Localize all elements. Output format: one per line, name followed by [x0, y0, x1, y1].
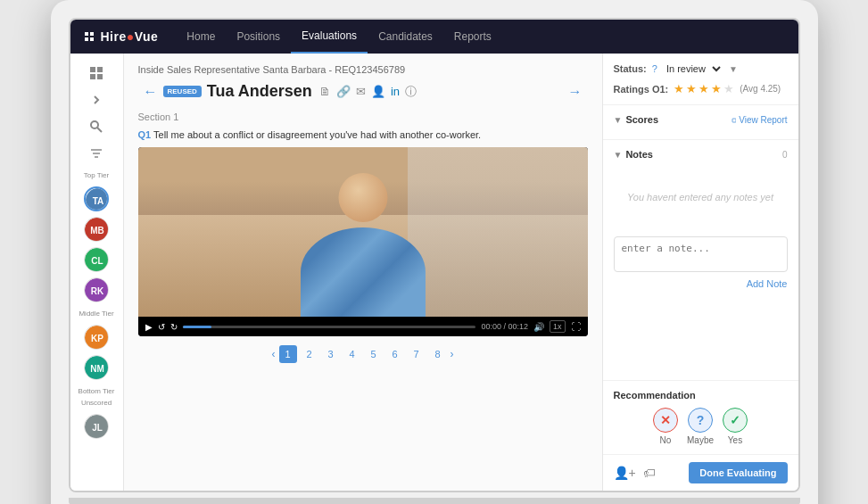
- avatar-mb[interactable]: MB: [84, 217, 109, 242]
- middle-tier-avatars: KP NM: [84, 321, 109, 384]
- notes-section: ▼ Notes 0 You havent entered any notes y…: [603, 140, 798, 380]
- candidate-name: Tua Andersen: [207, 82, 312, 101]
- page-8[interactable]: 8: [429, 345, 447, 363]
- tag-icon[interactable]: 🏷: [643, 466, 656, 480]
- svg-rect-2: [90, 74, 95, 79]
- logo-text: Hire●Vue: [101, 29, 159, 44]
- next-page-arrow[interactable]: ›: [451, 348, 454, 360]
- prev-page-arrow[interactable]: ‹: [272, 348, 276, 360]
- svg-rect-3: [97, 74, 103, 79]
- status-help-icon: ?: [652, 63, 657, 74]
- yes-icon: ✓: [723, 408, 748, 433]
- avatar-kp[interactable]: KP: [84, 325, 109, 350]
- avatar-jl[interactable]: JL: [84, 414, 109, 439]
- status-select[interactable]: In review Approved Rejected: [663, 62, 723, 75]
- main-content: Inside Sales Representative Santa Barbar…: [124, 54, 602, 491]
- link-icon[interactable]: 🔗: [336, 85, 351, 98]
- linkedin-icon[interactable]: in: [391, 85, 400, 98]
- star-5[interactable]: ★: [723, 82, 734, 95]
- page-5[interactable]: 5: [365, 345, 383, 363]
- notes-chevron-icon[interactable]: ▼: [614, 150, 623, 160]
- email-icon[interactable]: ✉: [356, 85, 366, 98]
- sidebar-chevron-right[interactable]: [80, 87, 112, 112]
- page-1[interactable]: 1: [279, 345, 297, 363]
- page-6[interactable]: 6: [386, 345, 404, 363]
- page-2[interactable]: 2: [301, 345, 318, 363]
- page-4[interactable]: 4: [343, 345, 361, 363]
- candidate-action-icons: 🗎 🔗 ✉ 👤 in ⓘ: [319, 84, 417, 100]
- prev-candidate-arrow[interactable]: ←: [144, 84, 158, 100]
- video-person-bg: [138, 147, 588, 317]
- avatar-rk[interactable]: RK: [84, 277, 109, 302]
- question-text: Q1 Q1 Tell me about a conflict or disagr…: [138, 129, 588, 140]
- notes-header: ▼ Notes 0: [614, 149, 788, 160]
- ratings-label: Ratings O1:: [614, 84, 669, 95]
- top-navigation: Hire●Vue Home Positions Evaluations Cand…: [70, 20, 798, 54]
- scores-section: ▼ Scores View Report: [603, 105, 798, 140]
- recommendation-section: Recommendation ✕ No ? Maybe ✓ Yes: [603, 380, 798, 454]
- right-panel: Status: ? In review Approved Rejected ▼ …: [602, 54, 798, 491]
- nav-positions[interactable]: Positions: [226, 20, 291, 54]
- info-icon[interactable]: ⓘ: [405, 84, 417, 100]
- progress-bar[interactable]: [183, 326, 476, 328]
- done-evaluating-button[interactable]: Done Evaluating: [689, 462, 787, 483]
- rec-maybe-label: Maybe: [687, 435, 714, 445]
- star-4[interactable]: ★: [711, 82, 722, 95]
- avatar-ta[interactable]: TA: [84, 186, 109, 211]
- scores-chevron-icon[interactable]: ▼: [614, 115, 623, 125]
- page-3[interactable]: 3: [322, 345, 340, 363]
- volume-icon[interactable]: 🔊: [533, 322, 544, 332]
- add-note-button[interactable]: Add Note: [614, 278, 788, 289]
- maybe-icon: ?: [688, 408, 713, 433]
- nav-evaluations[interactable]: Evaluations: [291, 20, 368, 54]
- sidebar-search-icon[interactable]: [80, 114, 112, 139]
- time-display: 00:00 / 00:12: [481, 322, 528, 331]
- avg-rating-text: (Avg 4.25): [740, 84, 781, 94]
- rec-no-button[interactable]: ✕ No: [653, 408, 678, 445]
- view-report-link[interactable]: View Report: [727, 115, 787, 125]
- avatar-nm[interactable]: NM: [84, 355, 109, 380]
- status-label: Status:: [614, 63, 647, 74]
- next-candidate-arrow[interactable]: →: [568, 84, 583, 100]
- nav-home[interactable]: Home: [176, 20, 226, 54]
- svg-rect-1: [97, 67, 103, 72]
- forward-button[interactable]: ↻: [170, 322, 178, 332]
- fullscreen-button[interactable]: ⛶: [571, 321, 581, 332]
- top-tier-label: Top Tier: [70, 168, 123, 183]
- dropdown-chevron-icon: ▼: [729, 64, 738, 74]
- svg-point-4: [91, 121, 98, 128]
- star-1[interactable]: ★: [674, 82, 684, 95]
- sidebar-grid-icon[interactable]: [80, 61, 112, 86]
- notes-empty-message: You havent entered any notes yet: [614, 165, 788, 229]
- copy-icon[interactable]: 🗎: [319, 85, 331, 98]
- video-person-head: [338, 173, 387, 222]
- rec-maybe-button[interactable]: ? Maybe: [687, 408, 714, 445]
- progress-fill: [183, 326, 212, 328]
- star-3[interactable]: ★: [699, 82, 709, 95]
- status-row: Status: ? In review Approved Rejected ▼: [614, 62, 788, 75]
- recommendation-label: Recommendation: [614, 390, 788, 401]
- play-button[interactable]: ▶: [145, 322, 153, 332]
- note-input[interactable]: [614, 236, 788, 272]
- question-pagination: ‹ 1 2 3 4 5 6 7 8 ›: [138, 345, 588, 363]
- star-2[interactable]: ★: [686, 82, 697, 95]
- user-icon[interactable]: 👤: [371, 85, 385, 98]
- no-icon: ✕: [653, 408, 678, 433]
- middle-tier-label: Middle Tier: [70, 306, 123, 321]
- recommendation-buttons: ✕ No ? Maybe ✓ Yes: [614, 408, 788, 445]
- page-7[interactable]: 7: [408, 345, 426, 363]
- notes-count: 0: [782, 150, 788, 160]
- status-section: Status: ? In review Approved Rejected ▼ …: [603, 54, 798, 105]
- reused-badge: REUSED: [163, 86, 202, 97]
- rec-yes-button[interactable]: ✓ Yes: [723, 408, 748, 445]
- nav-reports[interactable]: Reports: [443, 20, 502, 54]
- add-user-icon[interactable]: 👤+: [614, 466, 636, 480]
- candidate-header: ← REUSED Tua Andersen 🗎 🔗 ✉ 👤 in ⓘ →: [138, 82, 588, 101]
- rewind-button[interactable]: ↺: [158, 322, 165, 332]
- nav-candidates[interactable]: Candidates: [368, 20, 443, 54]
- svg-rect-9: [732, 119, 736, 122]
- video-room-bg: [408, 147, 588, 317]
- sidebar-filter-icon[interactable]: [80, 141, 112, 166]
- avatar-cl[interactable]: CL: [84, 247, 109, 272]
- speed-badge[interactable]: 1x: [550, 320, 566, 333]
